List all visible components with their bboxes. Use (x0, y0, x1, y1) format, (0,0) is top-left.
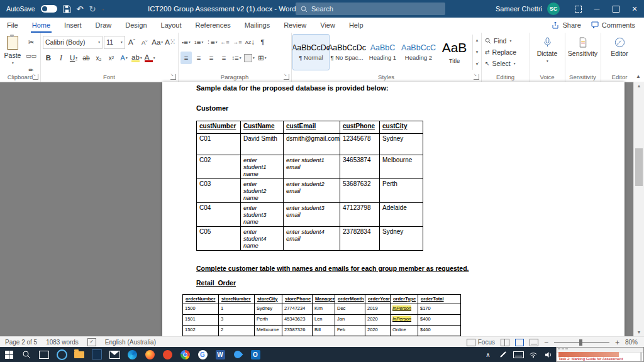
taskbar-app-mail[interactable] (106, 347, 123, 362)
increase-indent-button[interactable]: →≡ (231, 36, 243, 48)
tab-view[interactable]: View (313, 18, 342, 33)
focus-button[interactable]: Focus (467, 339, 495, 346)
start-button[interactable] (0, 347, 18, 362)
search-box[interactable]: Search (296, 3, 445, 15)
zoom-slider-thumb[interactable] (579, 339, 582, 346)
sensitivity-button[interactable]: Sensitivity (565, 33, 601, 57)
tab-layout[interactable]: Layout (154, 18, 189, 33)
close-button[interactable]: × (625, 0, 644, 18)
pen-tray-icon[interactable] (496, 347, 511, 362)
show-hidden-icons-button[interactable]: ∧ (480, 347, 496, 362)
multilevel-list-button[interactable]: ⋮≡▾ (206, 36, 218, 48)
tab-help[interactable]: Help (342, 18, 370, 33)
user-name[interactable]: Sameer Chettri (496, 5, 542, 13)
underline-button[interactable]: U▾ (68, 52, 79, 64)
taskbar-app-red[interactable] (158, 347, 176, 362)
document-page[interactable]: Sample data for the proposed database is… (162, 82, 625, 336)
window-preview[interactable]: Task 2: Marking Guide for Assessment (556, 347, 644, 362)
editor-button[interactable]: Editor (601, 33, 638, 57)
avatar[interactable]: SC (547, 3, 560, 15)
style-title[interactable]: AaB Title (436, 35, 472, 70)
align-right-button[interactable]: ≡ (206, 52, 217, 64)
style-heading2[interactable]: AaBbCcC Heading 2 (401, 35, 436, 70)
task-view-button[interactable] (35, 347, 53, 362)
sort-button[interactable]: AZ↓ (244, 36, 255, 48)
clear-formatting-button[interactable]: A⁙ (165, 36, 176, 48)
font-name-combo[interactable]: Calibri (Body)▾ (43, 36, 103, 49)
tab-review[interactable]: Review (277, 18, 313, 33)
zoom-slider[interactable] (554, 342, 609, 343)
tab-file[interactable]: File (0, 18, 25, 33)
superscript-button[interactable]: x² (106, 52, 117, 64)
borders-button[interactable]: ⊞▾ (257, 52, 268, 64)
maximize-button[interactable] (606, 0, 625, 18)
styles-more-icon[interactable]: ▼́ (473, 58, 481, 70)
font-color-button[interactable]: A▾ (144, 52, 156, 64)
text-effects-button[interactable]: A▾ (118, 52, 130, 64)
taskbar-app-paint3d[interactable] (229, 347, 247, 362)
clipboard-dialog-launcher-icon[interactable]: ↘ (33, 74, 38, 80)
proofing-status-icon[interactable]: ✓ (87, 338, 96, 346)
align-left-button[interactable]: ≡ (180, 52, 192, 64)
taskbar-app-cortana[interactable] (53, 347, 70, 362)
shrink-font-button[interactable]: Aˇ (139, 36, 150, 48)
scroll-down-icon[interactable]: ▼ (634, 330, 644, 334)
tab-draw[interactable]: Draw (89, 18, 119, 33)
autosave-toggle[interactable] (41, 5, 57, 13)
scroll-up-icon[interactable]: ▲ (634, 84, 644, 88)
taskbar-app-google[interactable]: G (194, 347, 211, 362)
font-dialog-launcher-icon[interactable]: ↘ (170, 74, 176, 80)
taskbar-app-outlook[interactable]: O (247, 347, 264, 362)
customize-qat-icon[interactable]: ▾ (102, 7, 104, 11)
bold-button[interactable]: B (43, 52, 54, 64)
taskbar-app-chrome[interactable] (176, 347, 194, 362)
scrollbar-thumb[interactable] (635, 148, 643, 186)
volume-icon[interactable] (541, 347, 556, 362)
align-center-button[interactable]: ≡ (193, 52, 204, 64)
show-marks-button[interactable]: ¶ (257, 36, 268, 48)
taskbar-app-firefox[interactable] (141, 347, 158, 362)
tab-references[interactable]: References (189, 18, 238, 33)
share-button[interactable]: Share (552, 21, 580, 29)
dictate-button[interactable]: Dictate ▾ (530, 33, 565, 63)
style-no-spacing[interactable]: AaBbCcDc ¶ No Spac... (329, 35, 365, 70)
styles-dialog-launcher-icon[interactable]: ↘ (474, 74, 479, 80)
taskbar-app-edge[interactable] (123, 347, 141, 362)
save-icon[interactable] (63, 5, 71, 13)
touch-keyboard-icon[interactable] (511, 347, 526, 362)
minimize-button[interactable]: ─ (587, 0, 606, 18)
read-mode-icon[interactable] (501, 339, 509, 346)
tab-mailings[interactable]: Mailings (238, 18, 277, 33)
line-spacing-button[interactable]: ↕≡▾ (231, 52, 242, 64)
grow-font-button[interactable]: Aˆ (126, 36, 138, 48)
page-indicator[interactable]: Page 2 of 5 (5, 339, 37, 346)
vertical-scrollbar[interactable]: ▲ ▼ (633, 82, 644, 336)
zoom-in-button[interactable]: + (615, 338, 619, 347)
find-button[interactable]: Find▾ (481, 35, 530, 46)
paragraph-dialog-launcher-icon[interactable]: ↘ (284, 74, 289, 80)
word-count[interactable]: 1083 words (46, 339, 79, 346)
styles-scroll-down-icon[interactable]: ▼ (473, 47, 481, 58)
collapse-ribbon-icon[interactable]: ▲ (636, 74, 641, 79)
cut-icon[interactable]: ✂ (25, 36, 37, 48)
print-layout-icon[interactable] (515, 339, 524, 346)
numbering-button[interactable]: 1≡▾ (193, 36, 204, 48)
redo-icon[interactable]: ↻ (89, 5, 96, 13)
zoom-level[interactable]: 80% (625, 339, 638, 346)
zoom-out-button[interactable]: − (544, 338, 548, 347)
italic-button[interactable]: I (55, 52, 67, 64)
shading-button[interactable]: ▾ (243, 52, 255, 64)
justify-button[interactable]: ≡ (218, 52, 230, 64)
taskbar-app-file-explorer[interactable] (70, 347, 88, 362)
decrease-indent-button[interactable]: ←≡ (219, 36, 230, 48)
strikethrough-button[interactable]: ab (80, 52, 92, 64)
change-case-button[interactable]: Aa▾ (152, 36, 164, 48)
select-button[interactable]: ↖ Select▾ (481, 58, 530, 69)
copy-icon[interactable]: ▭▭ (25, 50, 37, 62)
taskbar-app-photos[interactable] (88, 347, 106, 362)
subscript-button[interactable]: x₂ (93, 52, 104, 64)
tab-insert[interactable]: Insert (57, 18, 89, 33)
taskbar-app-word[interactable]: W (211, 347, 229, 362)
bullets-button[interactable]: •≡▾ (180, 36, 192, 48)
taskbar-search-button[interactable] (18, 347, 35, 362)
